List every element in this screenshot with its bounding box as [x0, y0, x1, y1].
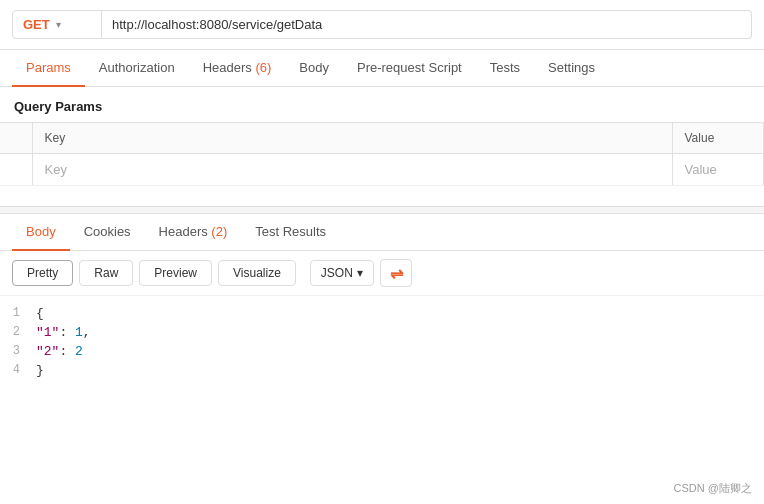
raw-button[interactable]: Raw	[79, 260, 133, 286]
tab-cookies[interactable]: Cookies	[70, 214, 145, 251]
wrap-icon: ⇌	[390, 264, 401, 283]
col-value: Value	[672, 123, 764, 154]
response-tabs: Body Cookies Headers (2) Test Results	[0, 214, 764, 251]
tab-body[interactable]: Body	[285, 50, 343, 87]
tab-tests[interactable]: Tests	[476, 50, 534, 87]
row-key[interactable]: Key	[32, 154, 672, 186]
tab-params[interactable]: Params	[12, 50, 85, 87]
line-content-4: }	[36, 363, 44, 378]
code-line-2: 2 "1": 1,	[0, 323, 764, 342]
tab-headers[interactable]: Headers (6)	[189, 50, 286, 87]
format-select[interactable]: JSON ▾	[310, 260, 374, 286]
method-label: GET	[23, 17, 50, 32]
method-selector[interactable]: GET ▾	[12, 10, 102, 39]
pretty-button[interactable]: Pretty	[12, 260, 73, 286]
visualize-button[interactable]: Visualize	[218, 260, 296, 286]
wrap-button[interactable]: ⇌	[380, 259, 412, 287]
chevron-down-icon: ▾	[56, 19, 61, 30]
tab-test-results[interactable]: Test Results	[241, 214, 340, 251]
watermark: CSDN @陆卿之	[674, 481, 752, 496]
request-tabs: Params Authorization Headers (6) Body Pr…	[0, 50, 764, 87]
line-content-3: "2": 2	[36, 344, 83, 359]
line-num-1: 1	[0, 306, 36, 320]
row-checkbox[interactable]	[0, 154, 32, 186]
tab-response-body[interactable]: Body	[12, 214, 70, 251]
line-num-2: 2	[0, 325, 36, 339]
tab-settings[interactable]: Settings	[534, 50, 609, 87]
col-checkbox	[0, 123, 32, 154]
code-area: 1 { 2 "1": 1, 3 "2": 2 4 }	[0, 296, 764, 388]
row-value[interactable]: Value	[672, 154, 764, 186]
line-num-3: 3	[0, 344, 36, 358]
col-key: Key	[32, 123, 672, 154]
code-line-1: 1 {	[0, 304, 764, 323]
format-bar: Pretty Raw Preview Visualize JSON ▾ ⇌	[0, 251, 764, 296]
preview-button[interactable]: Preview	[139, 260, 212, 286]
line-content-2: "1": 1,	[36, 325, 91, 340]
line-content-1: {	[36, 306, 44, 321]
format-chevron-icon: ▾	[357, 266, 363, 280]
query-params-label: Query Params	[0, 87, 764, 122]
response-headers-badge: (2)	[211, 224, 227, 239]
section-divider	[0, 206, 764, 214]
line-num-4: 4	[0, 363, 36, 377]
tab-response-headers[interactable]: Headers (2)	[145, 214, 242, 251]
url-input[interactable]	[102, 10, 752, 39]
format-select-value: JSON	[321, 266, 353, 280]
tab-authorization[interactable]: Authorization	[85, 50, 189, 87]
url-bar: GET ▾	[0, 0, 764, 50]
headers-badge: (6)	[255, 60, 271, 75]
code-line-3: 3 "2": 2	[0, 342, 764, 361]
tab-prerequest[interactable]: Pre-request Script	[343, 50, 476, 87]
code-line-4: 4 }	[0, 361, 764, 380]
params-table: Key Value Key Value	[0, 122, 764, 186]
table-row: Key Value	[0, 154, 764, 186]
